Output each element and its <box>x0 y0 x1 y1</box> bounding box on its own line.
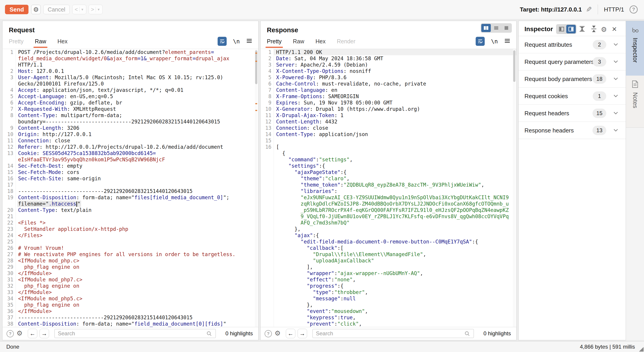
notes-document-icon <box>631 80 639 89</box>
request-search-input[interactable] <box>54 329 216 338</box>
menu-icon[interactable] <box>504 38 510 44</box>
editor-row: 7X-Requested-With: XMLHttpRequest <box>2 106 258 112</box>
editor-row: "event":"mousedown", <box>260 308 516 314</box>
collapse-all-icon[interactable] <box>590 25 597 33</box>
request-scrollbar[interactable] <box>255 49 258 327</box>
editor-row: "libraries": <box>260 188 516 194</box>
editor-row: 6Cache-Control: must-revalidate, no-cach… <box>260 81 516 87</box>
inspector-section-request-query-parameters[interactable]: Request query parameters 3 <box>518 53 626 70</box>
editor-row: 2Date: Sat, 04 May 2024 18:36:58 GMT <box>260 55 516 62</box>
editor-row: 13Cookie: SESS05d4275ca1538832b5ab92000b… <box>2 150 258 156</box>
rows-layout-icon[interactable] <box>492 24 501 32</box>
editor-row: 32 php_flag engine on <box>2 283 258 289</box>
expand-all-icon[interactable] <box>579 25 586 33</box>
columns-layout-icon[interactable] <box>481 24 491 32</box>
response-tab-raw[interactable]: Raw <box>293 38 304 48</box>
cancel-button[interactable]: Cancel <box>44 5 70 14</box>
send-button[interactable]: Send <box>5 5 28 14</box>
response-tab-render[interactable]: Render <box>337 38 356 48</box>
inspector-section-request-headers[interactable]: Request headers 15 <box>518 105 626 122</box>
editor-row: 1POST /Projects/drupal-10.2.6/media/add/… <box>2 49 258 55</box>
editor-row: 35 php_flag engine on <box>2 302 258 308</box>
editor-row: "effect":"none", <box>260 276 516 283</box>
menu-icon[interactable] <box>246 38 252 44</box>
send-settings-gear-icon[interactable]: ⚙ <box>31 5 41 14</box>
request-panel-title: Request <box>9 26 34 34</box>
editor-row: 16[ <box>260 144 516 150</box>
count-badge: 3 <box>593 57 606 67</box>
edit-target-pencil-icon[interactable]: ✎ <box>586 5 592 14</box>
editor-row: 26# Vroum! Vroum! <box>2 245 258 251</box>
pane-left-icon[interactable] <box>557 25 566 33</box>
search-help-icon[interactable]: ? <box>264 330 272 337</box>
editor-row: 4Accept: application/json, text/javascri… <box>2 87 258 93</box>
editor-row: "prevent":"click", <box>260 321 516 327</box>
status-bar: Done 4,866 bytes | 591 millis <box>0 341 644 352</box>
request-tab-pretty[interactable]: Pretty <box>9 38 24 48</box>
chevron-left-icon: < <box>75 6 78 13</box>
word-wrap-icon[interactable] <box>476 37 485 46</box>
pane-right-icon[interactable] <box>566 25 576 33</box>
editor-row: 22<Files *> <box>2 219 258 226</box>
inspector-section-response-headers[interactable]: Response headers 13 <box>518 122 626 139</box>
editor-row: 21 <box>2 213 258 219</box>
response-search-bar: ? ⚙ ← → 0 highlights <box>260 327 516 340</box>
chevron-down-icon <box>614 94 618 98</box>
editor-row: 8X-Frame-Options: SAMEORIGIN <box>260 93 516 100</box>
show-newlines-button[interactable]: \n <box>491 38 498 45</box>
repeater-window: Send ⚙ Cancel <▼ >▼ Target: http://127.0… <box>0 0 644 352</box>
search-settings-gear-icon[interactable]: ⚙ <box>16 329 22 337</box>
previous-match-button[interactable]: ← <box>286 329 295 338</box>
request-tab-hex[interactable]: Hex <box>58 38 67 48</box>
editor-row: 34<IfModule mod_php5.c> <box>2 295 258 302</box>
search-settings-gear-icon[interactable]: ⚙ <box>274 329 281 337</box>
inspector-sections: Request attributes 2 Request query param… <box>518 36 626 139</box>
editor-row: 27# We reactivate PHP engines for all ve… <box>2 251 258 257</box>
inspector-section-request-cookies[interactable]: Request cookies 1 <box>518 88 626 105</box>
close-icon[interactable]: ✕ <box>612 25 617 33</box>
forward-history-button[interactable]: >▼ <box>88 5 102 14</box>
response-search-input[interactable] <box>312 329 474 338</box>
back-history-button[interactable]: <▼ <box>72 5 86 14</box>
inspector-section-request-body-parameters[interactable]: Request body parameters 18 <box>518 70 626 88</box>
editor-row: field_media_document/widget/0&ajax_form=… <box>2 55 258 62</box>
inspector-settings-gear-icon[interactable]: ⚙ <box>601 25 607 33</box>
chevron-down-icon <box>614 111 618 115</box>
single-pane-layout-icon[interactable] <box>502 24 511 32</box>
request-search-bar: ? ⚙ ← → 0 highlights <box>2 327 258 340</box>
response-tab-pretty[interactable]: Pretty <box>267 38 282 48</box>
search-help-icon[interactable]: ? <box>6 330 14 337</box>
editor-row: _pS9HLbR7ROcrPX4f-eqKGrOQ00FAFYFsR7IFZL9… <box>260 207 516 213</box>
request-tab-raw[interactable]: Raw <box>35 38 46 48</box>
response-tab-hex[interactable]: Hex <box>316 38 326 48</box>
response-editor[interactable]: 1HTTP/1.1 200 OK2Date: Sat, 04 May 2024 … <box>260 49 516 328</box>
help-icon[interactable]: ? <box>630 5 638 13</box>
response-scrollbar[interactable] <box>513 49 516 327</box>
editor-row: "keypress":true, <box>260 314 516 321</box>
side-dock: Inspector Notes <box>626 21 644 340</box>
http-version-selector[interactable]: HTTP/1 <box>604 6 624 13</box>
editor-row: 9Expires: Sun, 19 Nov 1978 05:00:00 GMT <box>260 100 516 106</box>
previous-match-button[interactable]: ← <box>28 329 37 338</box>
show-newlines-button[interactable]: \n <box>233 38 240 45</box>
editor-row: 14Content-Type: application/json <box>260 131 516 137</box>
request-editor[interactable]: 1POST /Projects/drupal-10.2.6/media/add/… <box>2 49 258 328</box>
word-wrap-icon[interactable] <box>218 37 227 46</box>
next-match-button[interactable]: → <box>298 329 307 338</box>
resize-grip[interactable] <box>639 347 644 352</box>
dock-tab-notes[interactable]: Notes <box>626 76 644 128</box>
editor-row: 25 <box>2 238 258 245</box>
editor-row: zqRlkgDdlcFWZoISJP8-ZM40dBBQoOrbX7DYsLJ2… <box>260 201 516 207</box>
editor-row: "uploadAjaxCallback" <box>260 257 516 264</box>
editor-row: "wrapper":"ajax-wrapper--nUGbUMnY-AQ", <box>260 270 516 276</box>
search-icon <box>206 331 212 338</box>
next-match-button[interactable]: → <box>40 329 49 338</box>
editor-row: 30</IfModule> <box>2 270 258 276</box>
chevron-down-icon: ▼ <box>81 8 84 11</box>
editor-row: 10X-Generator: Drupal 10 (https://www.dr… <box>260 106 516 112</box>
response-highlights-count: 0 highlights <box>484 330 511 337</box>
inspector-section-request-attributes[interactable]: Request attributes 2 <box>518 36 626 53</box>
toolbar-divider <box>598 4 598 14</box>
editor-row: "callback":[ <box>260 245 516 251</box>
dock-tab-inspector[interactable]: Inspector <box>626 21 644 76</box>
